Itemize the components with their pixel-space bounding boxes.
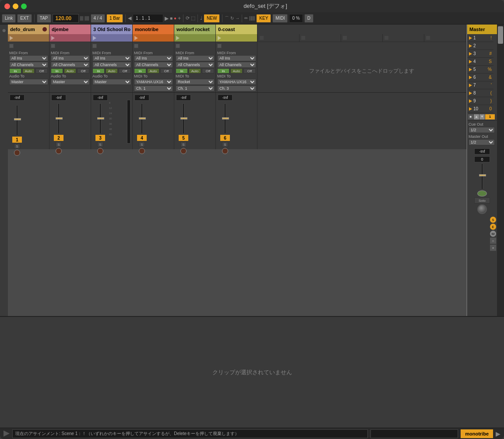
- monitor-off-btn-1[interactable]: Off: [35, 68, 48, 74]
- midi-from-select-6[interactable]: All Ins: [217, 55, 256, 61]
- fader-4[interactable]: [139, 103, 145, 134]
- track-num-2[interactable]: 2: [54, 135, 63, 141]
- monitor-in-btn-6[interactable]: In: [217, 68, 229, 74]
- midi-button[interactable]: MIDI: [272, 14, 288, 23]
- fader-handle-3[interactable]: [97, 117, 104, 119]
- track-num-6[interactable]: 6: [220, 135, 230, 141]
- channel-select-5[interactable]: All Channels: [176, 62, 215, 68]
- track-num-3[interactable]: 3: [95, 135, 105, 141]
- quantize-button[interactable]: 1 Bar: [106, 14, 123, 23]
- clip-cell-1-4[interactable]: [424, 34, 466, 42]
- channel-select-6[interactable]: All Channels: [217, 62, 256, 68]
- arm-dot-4[interactable]: [139, 148, 145, 154]
- channel-select-1[interactable]: All Channels: [9, 62, 48, 68]
- solo-btn-4[interactable]: S: [139, 142, 145, 147]
- minimize-button[interactable]: [13, 4, 18, 9]
- fader-handle-5[interactable]: [180, 117, 187, 119]
- arm-dot-2[interactable]: [56, 148, 62, 154]
- stop-btn-1[interactable]: [9, 44, 14, 48]
- midi-from-select-1[interactable]: All Ins: [9, 55, 48, 61]
- channel-to-select-6[interactable]: Ch. 3: [217, 85, 256, 91]
- fader-handle-4[interactable]: [139, 117, 146, 119]
- d-button[interactable]: D: [304, 14, 314, 23]
- right-icon-s[interactable]: S: [490, 217, 496, 223]
- track-num-5[interactable]: 5: [179, 135, 188, 141]
- monitor-off-btn-3[interactable]: Off: [119, 68, 131, 74]
- link-button[interactable]: Link: [2, 14, 16, 23]
- cue-out-select[interactable]: 1/2: [469, 127, 495, 133]
- stop-btn-2[interactable]: [51, 44, 55, 48]
- solo-btn-1[interactable]: S: [14, 144, 20, 149]
- monitor-in-btn-2[interactable]: In: [51, 68, 63, 74]
- fader-handle-6[interactable]: [222, 117, 229, 119]
- stop-btn-6[interactable]: [217, 44, 222, 48]
- add-btn[interactable]: +: [178, 15, 181, 21]
- track-header-2[interactable]: djembe: [49, 25, 91, 34]
- scene-nav-count[interactable]: 1: [485, 114, 495, 119]
- new-button[interactable]: NEW: [204, 14, 220, 23]
- clip-cell-0-2[interactable]: [91, 34, 133, 42]
- master-scene-1[interactable]: 2: [467, 42, 493, 50]
- monitor-auto-btn-1[interactable]: Auto: [22, 68, 35, 74]
- midi-to-select-4[interactable]: YAMAHA UX16: [134, 79, 173, 85]
- monitor-in-btn-5[interactable]: In: [176, 68, 188, 74]
- clip-cell-1-1[interactable]: [300, 34, 341, 42]
- track-header-1[interactable]: defo_drum: [8, 25, 49, 34]
- master-scene-5[interactable]: 6&: [467, 74, 493, 81]
- fader-3[interactable]: [97, 103, 103, 134]
- fader-5[interactable]: [180, 103, 187, 134]
- track-header-5[interactable]: woldorf rocket: [174, 25, 216, 34]
- clip-cell-1-3[interactable]: [383, 34, 424, 42]
- right-icon-m[interactable]: M: [490, 231, 496, 237]
- stop-btn-4[interactable]: [134, 44, 138, 48]
- fader-handle-2[interactable]: [56, 117, 63, 119]
- fader-1[interactable]: [14, 105, 20, 136]
- channel-select-2[interactable]: All Channels: [51, 62, 90, 68]
- status-play-btn[interactable]: [4, 431, 10, 437]
- track-num-1[interactable]: 1: [12, 137, 22, 143]
- solo-btn-3[interactable]: S: [97, 142, 103, 147]
- arm-button-1[interactable]: [42, 27, 47, 32]
- status-device-btn[interactable]: monotribe: [461, 429, 493, 438]
- fader-2[interactable]: [56, 103, 62, 134]
- arm-dot-5[interactable]: [180, 148, 187, 154]
- clip-cell-1-0[interactable]: [258, 34, 300, 42]
- clip-cell-0-4[interactable]: [174, 34, 216, 42]
- channel-select-3[interactable]: All Channels: [92, 62, 131, 68]
- monitor-auto-btn-6[interactable]: Auto: [230, 68, 243, 74]
- solo-btn-6[interactable]: S: [222, 142, 228, 147]
- midi-from-select-2[interactable]: All Ins: [51, 55, 90, 61]
- ext-button[interactable]: EXT: [17, 14, 32, 23]
- master-scene-4[interactable]: 5%: [467, 66, 493, 74]
- arm-dot-3[interactable]: [97, 148, 103, 154]
- scroll-handle[interactable]: [498, 26, 503, 44]
- record-btn[interactable]: ●: [174, 16, 176, 21]
- stop-btn-5[interactable]: [176, 44, 180, 48]
- master-scene-0[interactable]: 1!: [467, 34, 493, 42]
- audio-to-select-3[interactable]: Master: [92, 79, 131, 85]
- master-solo-btn[interactable]: Solo: [474, 197, 490, 204]
- monitor-in-btn-4[interactable]: In: [134, 68, 146, 74]
- audio-to-select-2[interactable]: Master: [51, 79, 90, 85]
- master-fader-handle[interactable]: [479, 174, 486, 176]
- tap-button[interactable]: TAP: [37, 14, 51, 23]
- solo-btn-2[interactable]: S: [56, 142, 62, 147]
- channel-to-select-5[interactable]: Ch. 1: [176, 85, 215, 91]
- scene-nav-stop[interactable]: ■: [468, 114, 473, 119]
- close-button[interactable]: [4, 4, 10, 9]
- monitor-auto-btn-4[interactable]: Auto: [147, 68, 159, 74]
- right-icon-x[interactable]: ×: [490, 245, 496, 251]
- track-header-3[interactable]: 3 Old School Ro: [91, 25, 133, 34]
- midi-to-select-5[interactable]: Rocket: [176, 79, 215, 85]
- monitor-in-btn-3[interactable]: In: [92, 68, 105, 74]
- track-header-4[interactable]: monotribe: [133, 25, 174, 34]
- fader-6[interactable]: [222, 103, 228, 134]
- fader-handle-1[interactable]: [14, 118, 21, 120]
- monitor-auto-btn-5[interactable]: Auto: [189, 68, 201, 74]
- arm-dot-1[interactable]: [14, 150, 20, 156]
- stop-btn[interactable]: ■: [170, 16, 173, 21]
- master-scene-6[interactable]: 7': [467, 81, 493, 89]
- loop-btn[interactable]: ⟳: [186, 15, 190, 21]
- midi-to-select-6[interactable]: YAMAHA UX16: [217, 79, 256, 85]
- master-scene-8[interactable]: 9): [467, 97, 493, 105]
